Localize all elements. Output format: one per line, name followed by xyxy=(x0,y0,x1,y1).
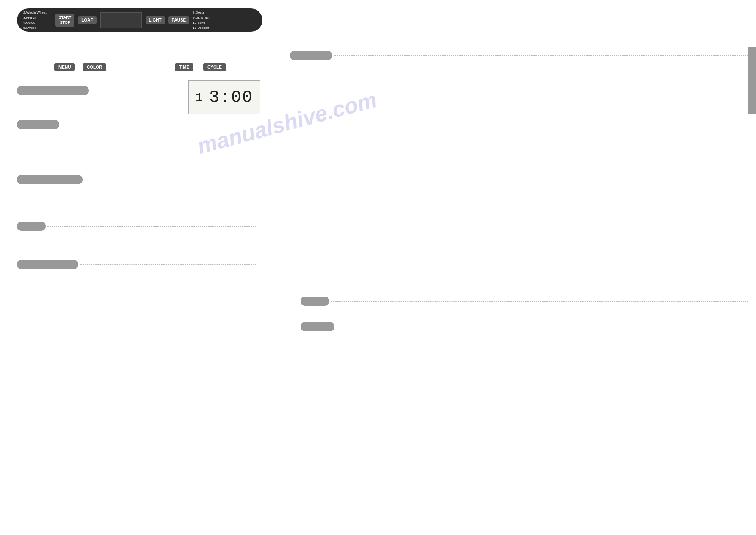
label-row5 xyxy=(17,260,78,269)
label-right-bottom2 xyxy=(301,322,334,331)
color-button[interactable]: COLOR xyxy=(83,63,106,71)
label-top-wide xyxy=(17,86,89,95)
label-row4 xyxy=(17,222,46,231)
label-row2 xyxy=(17,120,59,129)
menu-button[interactable]: MENU xyxy=(54,63,75,71)
loaf-button[interactable]: LOAF xyxy=(78,16,96,24)
display-small-digit: 1 xyxy=(196,91,203,104)
dotted-line-right-top xyxy=(334,55,748,56)
control-panel: 1.Basic 2.Whole Wheat 3.French 4.Quick 5… xyxy=(17,8,262,32)
digital-display: 1 3:00 xyxy=(188,80,260,114)
time-button[interactable]: TIME xyxy=(175,63,193,71)
programs-list: 7.Jam 8.Dough 9.Ultra-fast 10.Bake 11.De… xyxy=(193,5,222,36)
start-stop-button[interactable]: STARTSTOP xyxy=(55,14,74,27)
dotted-line-right-bottom2 xyxy=(336,327,748,327)
dotted-line-right-bottom1 xyxy=(331,301,748,302)
dotted-line-4 xyxy=(47,226,256,227)
dotted-line-2 xyxy=(61,125,256,125)
right-sidebar-bar xyxy=(748,47,756,114)
cycle-button[interactable]: CYCLE xyxy=(203,63,226,71)
label-right-bottom1 xyxy=(301,297,329,306)
dotted-line-3 xyxy=(85,180,256,180)
label-row3 xyxy=(17,175,83,184)
dotted-line-5 xyxy=(80,264,256,265)
panel-display-screen xyxy=(100,12,142,28)
dotted-line-1b xyxy=(260,91,535,91)
pause-button[interactable]: PAUSE xyxy=(168,16,190,24)
label-right-top xyxy=(290,51,332,60)
menu-list: 1.Basic 2.Whole Wheat 3.French 4.Quick 5… xyxy=(23,5,52,36)
dotted-line-1a xyxy=(91,91,256,91)
light-button[interactable]: LIGHT xyxy=(146,16,165,24)
